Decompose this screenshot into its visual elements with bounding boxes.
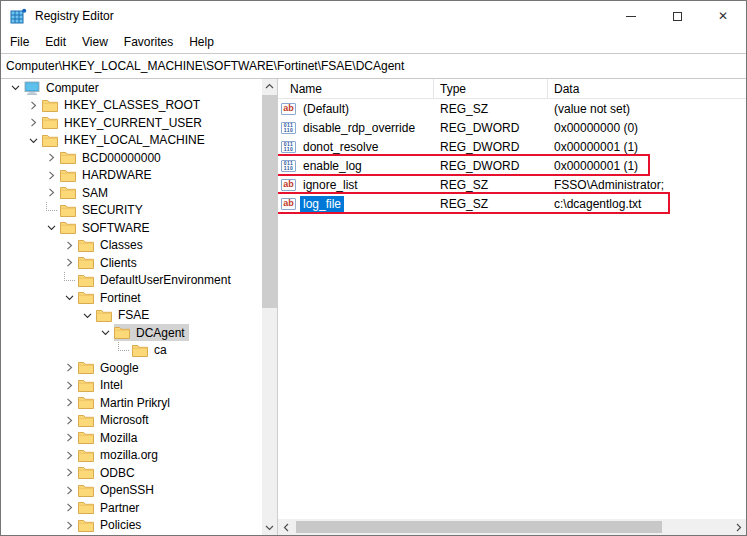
column-header-data[interactable]: Data bbox=[548, 79, 746, 98]
minimize-button[interactable] bbox=[608, 1, 654, 31]
menu-favorites[interactable]: Favorites bbox=[116, 33, 181, 51]
tree-item-partner[interactable]: Partner bbox=[1, 499, 263, 517]
tree-item-label: HKEY_CURRENT_USER bbox=[62, 116, 204, 130]
chevron-right-icon[interactable] bbox=[61, 241, 78, 250]
tree-item-hkey-current-user[interactable]: HKEY_CURRENT_USER bbox=[1, 114, 263, 132]
tree-scrollbar-thumb[interactable] bbox=[262, 95, 277, 308]
chevron-down-icon[interactable] bbox=[79, 311, 96, 320]
menu-help[interactable]: Help bbox=[181, 33, 222, 51]
window-controls: ✕ bbox=[608, 1, 746, 31]
value-data: 0x00000001 (1) bbox=[548, 140, 746, 154]
address-bar[interactable]: Computer\HKEY_LOCAL_MACHINE\SOFTWARE\For… bbox=[1, 53, 746, 79]
chevron-down-icon[interactable] bbox=[61, 293, 78, 302]
value-row--default-[interactable]: ab(Default)REG_SZ(value not set) bbox=[278, 99, 746, 118]
folder-icon bbox=[78, 484, 94, 497]
chevron-right-icon[interactable] bbox=[61, 503, 78, 512]
chevron-right-icon[interactable] bbox=[61, 451, 78, 460]
tree-item-fsae[interactable]: FSAE bbox=[1, 307, 263, 325]
maximize-button[interactable] bbox=[654, 1, 700, 31]
menu-file[interactable]: File bbox=[2, 33, 37, 51]
value-data: FSSO\Administrator; bbox=[548, 178, 746, 192]
chevron-down-icon[interactable] bbox=[43, 223, 60, 232]
chevron-right-icon[interactable] bbox=[61, 521, 78, 530]
folder-icon bbox=[78, 519, 94, 532]
chevron-right-icon bbox=[65, 258, 74, 267]
tree-item-fortinet[interactable]: Fortinet bbox=[1, 289, 263, 307]
list-scrollbar-thumb[interactable] bbox=[296, 521, 662, 533]
tree-item-classes[interactable]: Classes bbox=[1, 237, 263, 255]
tree-item-dcagent[interactable]: DCAgent bbox=[1, 324, 263, 342]
chevron-right-icon[interactable] bbox=[61, 363, 78, 372]
tree-item-martin-prikryl[interactable]: Martin Prikryl bbox=[1, 394, 263, 412]
close-button[interactable]: ✕ bbox=[700, 1, 746, 31]
chevron-right-icon bbox=[65, 363, 74, 372]
tree-item-hardware[interactable]: HARDWARE bbox=[1, 167, 263, 185]
chevron-right-icon[interactable] bbox=[61, 381, 78, 390]
tree-item-sam[interactable]: SAM bbox=[1, 184, 263, 202]
chevron-right-icon[interactable] bbox=[61, 486, 78, 495]
tree-item-label: Microsoft bbox=[98, 413, 151, 427]
menu-edit[interactable]: Edit bbox=[37, 33, 74, 51]
chevron-right-icon[interactable] bbox=[61, 468, 78, 477]
value-row-enable-log[interactable]: 011110enable_logREG_DWORD0x00000001 (1) bbox=[278, 156, 746, 175]
tree-item-security[interactable]: SECURITY bbox=[1, 202, 263, 220]
tree-item-label: Intel bbox=[98, 378, 125, 392]
tree-item-label: DefaultUserEnvironment bbox=[98, 273, 233, 287]
chevron-right-icon[interactable] bbox=[43, 171, 60, 180]
tree-item-mozilla[interactable]: Mozilla bbox=[1, 429, 263, 447]
folder-icon bbox=[42, 134, 58, 147]
scroll-down-button[interactable] bbox=[262, 520, 277, 535]
tree-item-intel[interactable]: Intel bbox=[1, 377, 263, 395]
chevron-down-icon[interactable] bbox=[25, 136, 42, 145]
chevron-right-icon[interactable] bbox=[25, 118, 42, 127]
value-data: (value not set) bbox=[548, 102, 746, 116]
tree-item-mozilla-org[interactable]: mozilla.org bbox=[1, 447, 263, 465]
folder-icon bbox=[78, 274, 94, 287]
chevron-right-icon[interactable] bbox=[43, 153, 60, 162]
tree-item-openssh[interactable]: OpenSSH bbox=[1, 482, 263, 500]
folder-icon bbox=[78, 396, 94, 409]
value-type: REG_DWORD bbox=[434, 159, 548, 173]
tree-item-hkey-local-machine[interactable]: HKEY_LOCAL_MACHINE bbox=[1, 132, 263, 150]
list-horizontal-scrollbar[interactable] bbox=[278, 519, 746, 535]
tree-item-hkey-classes-root[interactable]: HKEY_CLASSES_ROOT bbox=[1, 97, 263, 115]
scroll-left-button[interactable] bbox=[278, 519, 294, 535]
tree-item-software[interactable]: SOFTWARE bbox=[1, 219, 263, 237]
tree-item-bcd00000000[interactable]: BCD00000000 bbox=[1, 149, 263, 167]
scroll-up-button[interactable] bbox=[262, 79, 277, 94]
chevron-right-icon[interactable] bbox=[61, 416, 78, 425]
tree-item-odbc[interactable]: ODBC bbox=[1, 464, 263, 482]
value-row-disable-rdp-override[interactable]: 011110disable_rdp_overrideREG_DWORD0x000… bbox=[278, 118, 746, 137]
menu-view[interactable]: View bbox=[74, 33, 116, 51]
chevron-right-icon[interactable] bbox=[43, 188, 60, 197]
folder-icon bbox=[78, 256, 94, 269]
scroll-up-icon bbox=[265, 82, 274, 91]
tree-item-policies[interactable]: Policies bbox=[1, 517, 263, 535]
tree-item-google[interactable]: Google bbox=[1, 359, 263, 377]
dword-icon: 011110 bbox=[281, 160, 296, 172]
tree-item-label: OpenSSH bbox=[98, 483, 156, 497]
chevron-down-icon[interactable] bbox=[7, 83, 24, 92]
value-row-donot-resolve[interactable]: 011110donot_resolveREG_DWORD0x00000001 (… bbox=[278, 137, 746, 156]
tree-item-ca[interactable]: ca bbox=[1, 342, 263, 360]
chevron-right-icon[interactable] bbox=[25, 101, 42, 110]
dword-icon: 011110 bbox=[281, 141, 296, 153]
folder-icon bbox=[78, 274, 94, 287]
chevron-right-icon[interactable] bbox=[61, 398, 78, 407]
chevron-right-icon[interactable] bbox=[61, 433, 78, 442]
dotted-connector bbox=[61, 272, 78, 288]
scroll-right-button[interactable] bbox=[730, 519, 746, 535]
value-row-log-file[interactable]: ablog_fileREG_SZc:\dcagentlog.txt bbox=[278, 194, 746, 213]
tree-item-microsoft[interactable]: Microsoft bbox=[1, 412, 263, 430]
string-icon: ab bbox=[281, 179, 296, 191]
tree-item-clients[interactable]: Clients bbox=[1, 254, 263, 272]
tree-item-computer[interactable]: Computer bbox=[1, 79, 263, 97]
tree-vertical-scrollbar[interactable] bbox=[262, 79, 277, 535]
tree-item-label: Mozilla bbox=[98, 431, 139, 445]
chevron-right-icon[interactable] bbox=[61, 258, 78, 267]
chevron-down-icon[interactable] bbox=[97, 328, 114, 337]
value-row-ignore-list[interactable]: abignore_listREG_SZFSSO\Administrator; bbox=[278, 175, 746, 194]
column-header-name[interactable]: Name bbox=[278, 79, 434, 98]
column-header-type[interactable]: Type bbox=[434, 79, 548, 98]
tree-item-defaultuserenvironment[interactable]: DefaultUserEnvironment bbox=[1, 272, 263, 290]
